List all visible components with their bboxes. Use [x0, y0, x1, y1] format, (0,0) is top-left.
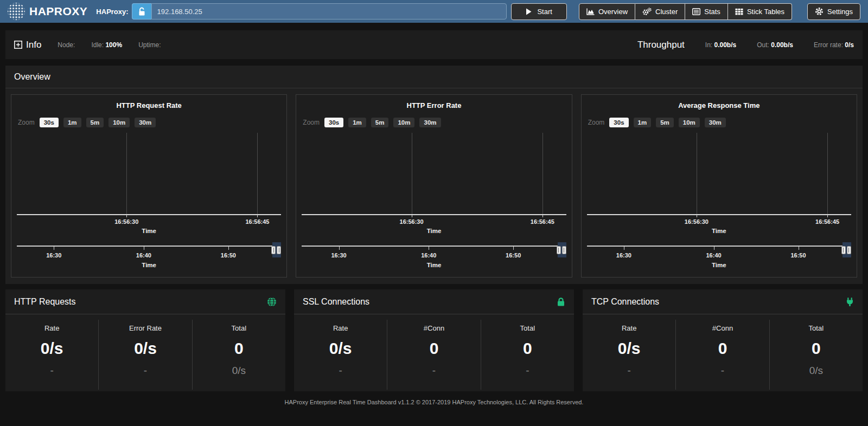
nav-button-stats[interactable]: Stats — [685, 3, 728, 20]
x-axis-title: Time — [296, 228, 571, 234]
navigator-right-handle[interactable] — [277, 246, 281, 254]
x-axis-tick-label: 16:56:30 — [114, 218, 138, 225]
chart-panel-http-error-rate: HTTP Error Rate Zoom 30s 1m 5m 10m 30m 1… — [296, 94, 572, 277]
navigator-left-handle[interactable] — [557, 246, 561, 254]
stat-value: 0/s — [294, 339, 387, 358]
stat-value: 0 — [387, 339, 480, 358]
navigator-tick — [714, 247, 714, 250]
nav-button-overview-label: Overview — [598, 8, 628, 16]
stat-label: Rate — [5, 324, 98, 332]
chart-navigator: 16:30 16:40 16:50 Time — [17, 242, 281, 270]
globe-icon — [267, 297, 277, 307]
table-icon — [692, 8, 700, 15]
zoom-button-5m[interactable]: 5m — [371, 118, 389, 127]
zoom-label: Zoom — [588, 119, 605, 126]
overview-title: Overview — [5, 66, 863, 88]
zoom-button-5m[interactable]: 5m — [656, 118, 674, 127]
idle-value: 100% — [105, 41, 122, 49]
zoom-button-30s[interactable]: 30s — [609, 118, 628, 127]
stat-value: 0 — [481, 339, 574, 358]
error-rate-value: 0/s — [845, 41, 854, 49]
stat-label: Rate — [294, 324, 387, 332]
nav-button-stick-tables[interactable]: Stick Tables — [728, 3, 792, 20]
chart-title: HTTP Request Rate — [11, 101, 286, 109]
zoom-button-1m[interactable]: 1m — [634, 118, 652, 127]
gridline — [257, 133, 258, 214]
axis-tick — [126, 214, 127, 217]
navigator-right-handle[interactable] — [847, 246, 851, 254]
nav-button-stick-tables-label: Stick Tables — [747, 8, 784, 16]
throughput-out: Out: 0.00b/s — [757, 41, 793, 49]
brand-title: HAPROXY — [29, 5, 87, 18]
card-title: TCP Connections — [591, 297, 659, 307]
navigator-tick — [624, 247, 624, 250]
zoom-button-10m[interactable]: 10m — [108, 118, 130, 127]
navigator-tick — [54, 247, 54, 250]
stat-column: Total 0 - — [481, 320, 574, 390]
zoom-button-1m[interactable]: 1m — [348, 118, 366, 127]
x-axis-tick-label: 16:56:45 — [815, 218, 839, 225]
overview-panel: Overview HTTP Request Rate Zoom 30s 1m 5… — [5, 66, 863, 284]
zoom-button-10m[interactable]: 10m — [393, 118, 414, 127]
gridline — [542, 133, 543, 214]
stat-sub-value: - — [99, 365, 192, 377]
card-tcp-connections: TCP Connections Rate 0/s - #Conn 0 - Tot… — [583, 289, 863, 391]
info-bar: Info Node: Idle: 100% Uptime: Throughput… — [5, 30, 863, 59]
card-title: SSL Connections — [303, 297, 369, 307]
chart-panel-http-request-rate: HTTP Request Rate Zoom 30s 1m 5m 10m 30m… — [11, 94, 287, 277]
gridline — [412, 133, 412, 214]
zoom-button-30m[interactable]: 30m — [419, 118, 441, 127]
stat-column: Error Rate 0/s - — [98, 320, 192, 390]
nav-button-cluster[interactable]: Cluster — [635, 3, 685, 20]
zoom-button-5m[interactable]: 5m — [86, 118, 104, 127]
card-title: HTTP Requests — [14, 297, 76, 307]
navigator-right-handle[interactable] — [562, 246, 566, 254]
nav-button-stats-label: Stats — [704, 8, 720, 16]
stat-sub-value: - — [676, 365, 769, 377]
zoom-button-30m[interactable]: 30m — [705, 118, 726, 127]
zoom-button-30s[interactable]: 30s — [324, 118, 343, 127]
card-body: Rate 0/s - #Conn 0 - Total 0 0/s — [583, 314, 863, 390]
zoom-button-10m[interactable]: 10m — [679, 118, 700, 127]
navigator-tick-label: 16:30 — [616, 252, 631, 259]
chart-plot-area — [302, 133, 566, 215]
nav-button-overview[interactable]: Overview — [579, 3, 635, 20]
lock-button[interactable] — [132, 3, 151, 20]
throughput-in: In: 0.00b/s — [705, 41, 736, 49]
address-input-group — [132, 3, 507, 20]
zoom-button-30m[interactable]: 30m — [135, 118, 156, 127]
chart-navigator: 16:30 16:40 16:50 Time — [302, 242, 566, 270]
navigator-tick-label: 16:50 — [790, 252, 806, 259]
charts-row: HTTP Request Rate Zoom 30s 1m 5m 10m 30m… — [5, 88, 863, 284]
navigator-tick — [228, 247, 229, 250]
address-input[interactable] — [151, 3, 507, 20]
navigator-left-handle[interactable] — [841, 246, 846, 254]
navigator-tick — [339, 247, 340, 250]
card-ssl-connections: SSL Connections Rate 0/s - #Conn 0 - Tot… — [294, 289, 574, 391]
gear-icon — [815, 7, 824, 16]
stat-label: #Conn — [387, 324, 480, 332]
chart-title: HTTP Error Rate — [296, 101, 571, 109]
expand-info-button[interactable]: Info — [14, 40, 41, 50]
navigator-axis-title: Time — [587, 262, 851, 268]
stat-label: Total — [770, 324, 863, 332]
stat-sub-value: - — [294, 365, 387, 377]
plug-icon — [846, 298, 854, 307]
x-axis-tick-label: 16:56:45 — [531, 218, 554, 225]
axis-tick — [697, 214, 697, 217]
settings-button[interactable]: Settings — [807, 3, 860, 20]
stat-sub-value: - — [387, 365, 480, 377]
zoom-label: Zoom — [303, 119, 320, 126]
chart-plot-area — [587, 133, 851, 215]
address-label: HAProxy: — [96, 8, 128, 16]
zoom-button-30s[interactable]: 30s — [40, 118, 59, 127]
x-axis-labels: 16:56:30 16:56:45 — [587, 218, 851, 225]
start-button[interactable]: Start — [511, 3, 566, 20]
stat-column: Total 0 0/s — [192, 320, 285, 390]
zoom-button-1m[interactable]: 1m — [63, 118, 81, 127]
top-navbar: HAPROXY HAProxy: Start Overview Cluster — [0, 0, 868, 23]
navigator-left-handle[interactable] — [271, 246, 276, 254]
stat-label: Rate — [583, 324, 675, 332]
card-header: TCP Connections — [583, 289, 863, 314]
stat-label: #Conn — [676, 324, 769, 332]
